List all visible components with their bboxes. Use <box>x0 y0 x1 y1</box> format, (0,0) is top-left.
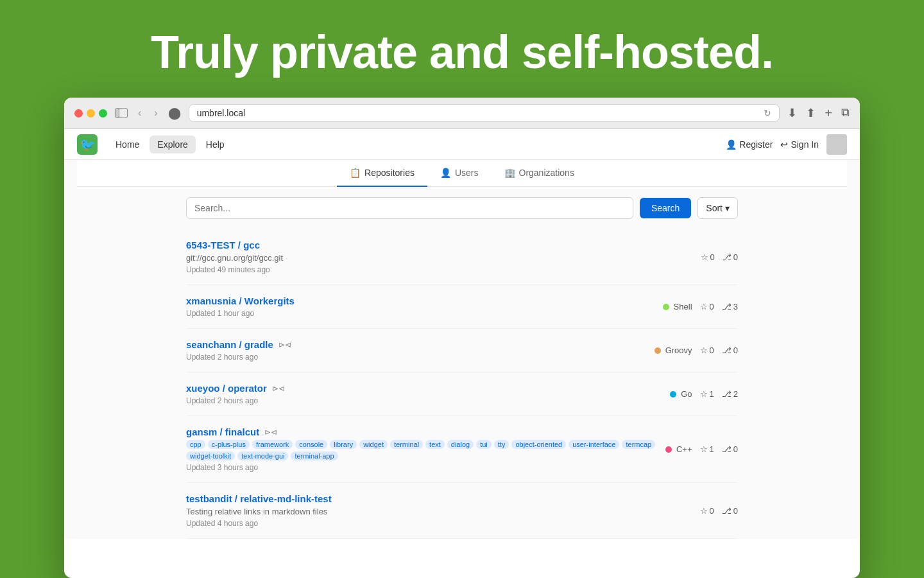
tag-item[interactable]: c-plus-plus <box>208 440 250 449</box>
traffic-lights <box>74 109 107 118</box>
language-stat: Shell <box>663 302 692 311</box>
tag-item[interactable]: library <box>330 440 357 449</box>
lang-dot <box>663 304 669 310</box>
fork-stat: ⎇ 2 <box>722 389 738 399</box>
tag-item[interactable]: text <box>425 440 445 449</box>
tag-item[interactable]: terminal-app <box>291 451 338 460</box>
star-stat: ☆ 0 <box>700 506 714 516</box>
signin-link[interactable]: ↩ Sign In <box>780 139 819 150</box>
new-tab-icon[interactable]: + <box>825 106 832 121</box>
fork-stat: ⎇ 0 <box>723 252 738 262</box>
list-item: gansm / finalcut ⊳⊲ cpp c-plus-plus fram… <box>186 416 738 483</box>
nav-links: Home Explore Help <box>108 136 232 153</box>
repo-stats: C++ ☆ 1 ⎇ 0 <box>665 444 738 454</box>
language-stat: Groovy <box>654 346 692 355</box>
chevron-down-icon: ▾ <box>725 203 730 213</box>
download-icon[interactable]: ⬇ <box>787 106 797 121</box>
repo-link[interactable]: 6543-TEST / gcc <box>186 240 260 250</box>
list-item: seanchann / gradle ⊳⊲ Updated 2 hours ag… <box>186 329 738 372</box>
star-icon: ☆ <box>700 506 708 516</box>
minimize-button[interactable] <box>87 109 95 118</box>
repo-link[interactable]: gansm / finalcut <box>186 426 259 437</box>
users-tab-icon: 👤 <box>440 168 451 178</box>
fork-stat: ⎇ 0 <box>722 506 738 516</box>
repo-link[interactable]: xmanusnia / Workergits <box>186 295 295 306</box>
tag-item[interactable]: object-oriented <box>511 440 566 449</box>
sort-button[interactable]: Sort ▾ <box>697 197 738 219</box>
star-icon: ☆ <box>700 302 708 311</box>
close-button[interactable] <box>74 109 83 118</box>
repo-link[interactable]: testbandit / relative-md-link-test <box>186 493 332 504</box>
tag-item[interactable]: tui <box>476 440 492 449</box>
tag-item[interactable]: widget-toolkit <box>186 451 235 460</box>
signin-icon: ↩ <box>780 139 788 150</box>
repo-tab-icon: 📋 <box>350 168 361 178</box>
fork-icon: ⎇ <box>722 506 732 516</box>
repo-updated: Updated 4 hours ago <box>186 519 700 528</box>
orgs-tab-icon: 🏢 <box>504 168 515 178</box>
tab-users[interactable]: 👤 Users <box>427 160 492 187</box>
language-stat: Go <box>670 389 692 399</box>
mirror-icon: ⊳⊲ <box>272 384 285 393</box>
fullscreen-button[interactable] <box>99 109 107 118</box>
explore-tabs: 📋 Repositories 👤 Users 🏢 Organizations <box>77 160 847 187</box>
tag-item[interactable]: tty <box>494 440 509 449</box>
nav-home[interactable]: Home <box>108 136 147 153</box>
back-button[interactable]: ‹ <box>135 106 144 120</box>
star-stat: ☆ 1 <box>700 389 714 399</box>
repo-url: git://gcc.gnu.org/git/gcc.git <box>186 253 701 263</box>
tab-organizations[interactable]: 🏢 Organizations <box>492 160 587 187</box>
repo-stats: Go ☆ 1 ⎇ 2 <box>670 389 738 399</box>
tag-item[interactable]: termcap <box>622 440 655 449</box>
repo-link[interactable]: seanchann / gradle <box>186 339 273 350</box>
list-item: xueyoo / operator ⊳⊲ Updated 2 hours ago… <box>186 372 738 416</box>
list-item: xmanusnia / Workergits Updated 1 hour ag… <box>186 285 738 329</box>
forward-button[interactable]: › <box>151 106 160 120</box>
tag-item[interactable]: text-mode-gui <box>237 451 288 460</box>
repo-stats: ☆ 0 ⎇ 0 <box>700 506 738 516</box>
reload-icon[interactable]: ↻ <box>764 108 771 118</box>
star-icon: ☆ <box>700 444 708 454</box>
tag-item[interactable]: widget <box>359 440 388 449</box>
mirror-icon: ⊳⊲ <box>264 428 277 437</box>
tab-repositories[interactable]: 📋 Repositories <box>337 160 427 187</box>
hero-title: Truly private and self-hosted. <box>138 0 786 98</box>
language-stat: C++ <box>665 444 692 454</box>
lang-dot <box>670 391 676 398</box>
url-text: umbrel.local <box>197 108 245 118</box>
repo-description: Testing relative links in markdown files <box>186 507 700 516</box>
search-button[interactable]: Search <box>640 198 691 218</box>
share-icon[interactable]: ⬆ <box>806 106 816 121</box>
nav-explore[interactable]: Explore <box>150 136 195 153</box>
star-icon: ☆ <box>700 389 708 399</box>
repo-stats: Groovy ☆ 0 ⎇ 0 <box>654 346 738 355</box>
nav-help[interactable]: Help <box>198 136 232 153</box>
repo-updated: Updated 49 minutes ago <box>186 265 701 274</box>
star-stat: ☆ 0 <box>700 302 714 311</box>
gitea-logo[interactable]: 🐦 <box>77 134 98 155</box>
tag-item[interactable]: cpp <box>186 440 205 449</box>
tag-item[interactable]: console <box>295 440 327 449</box>
browser-window: ‹ › ⬤ umbrel.local ↻ ⬇ ⬆ + ⧉ 🐦 Home Expl… <box>64 98 860 578</box>
lang-dot <box>654 347 661 354</box>
tag-item[interactable]: terminal <box>390 440 423 449</box>
browser-actions: ⬇ ⬆ + ⧉ <box>787 106 850 121</box>
register-link[interactable]: 👤 Register <box>726 139 773 150</box>
tag-item[interactable]: dialog <box>447 440 474 449</box>
tabs-icon[interactable]: ⧉ <box>841 106 850 121</box>
repo-tags: cpp c-plus-plus framework console librar… <box>186 440 665 460</box>
list-item: testbandit / relative-md-link-test Testi… <box>186 483 738 539</box>
gitea-navbar: 🐦 Home Explore Help 👤 Register ↩ Sign In <box>64 129 860 160</box>
repo-stats: ☆ 0 ⎇ 0 <box>701 252 738 262</box>
fork-stat: ⎇ 0 <box>722 346 738 355</box>
browser-controls <box>115 108 128 118</box>
fork-icon: ⎇ <box>723 252 732 261</box>
search-input[interactable] <box>186 197 633 219</box>
repo-link[interactable]: xueyoo / operator <box>186 383 267 394</box>
fork-icon: ⎇ <box>722 444 732 454</box>
tag-item[interactable]: framework <box>252 440 293 449</box>
fork-icon: ⎇ <box>722 302 732 311</box>
sidebar-toggle[interactable] <box>115 108 128 118</box>
address-bar[interactable]: umbrel.local ↻ <box>189 104 780 122</box>
tag-item[interactable]: user-interface <box>569 440 619 449</box>
